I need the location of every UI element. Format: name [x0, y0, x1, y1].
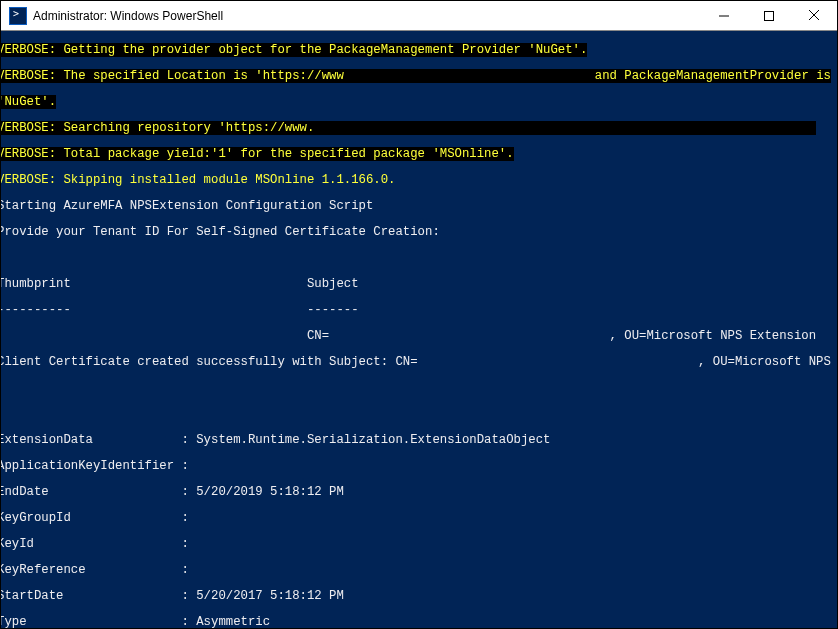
window-buttons: [701, 1, 837, 30]
terminal-output: VERBOSE: Getting the provider object for…: [1, 31, 837, 628]
verbose-line: 'NuGet'.: [1, 95, 56, 109]
output-line: KeyGroupId :: [1, 512, 837, 525]
output-line: CN=: [1, 329, 329, 343]
verbose-line: VERBOSE: Getting the provider object for…: [1, 43, 587, 57]
output-line: , OU=Microsoft NPS Extension: [610, 329, 817, 343]
output-line: StartDate : 5/20/2017 5:18:12 PM: [1, 590, 837, 603]
output-line: , OU=Microsoft NPS Extensio: [698, 355, 837, 369]
output-line: Thumbprint Subject: [1, 278, 837, 291]
maximize-icon: [764, 11, 774, 21]
output-line: ExtensionData : System.Runtime.Serializa…: [1, 434, 837, 447]
powershell-icon: [9, 7, 27, 25]
output-line: [1, 408, 837, 421]
output-line: KeyReference :: [1, 564, 837, 577]
verbose-line: and PackageManagementProvider is: [587, 69, 831, 83]
output-line: [1, 382, 837, 395]
titlebar[interactable]: Administrator: Windows PowerShell: [1, 1, 837, 31]
terminal[interactable]: VERBOSE: Getting the provider object for…: [1, 31, 837, 628]
minimize-icon: [719, 11, 729, 21]
svg-rect-1: [764, 11, 773, 20]
maximize-button[interactable]: [746, 1, 791, 30]
output-line: ---------- -------: [1, 304, 837, 317]
output-line: KeyId :: [1, 538, 837, 551]
output-line: ApplicationKeyIdentifier :: [1, 460, 837, 473]
minimize-button[interactable]: [701, 1, 746, 30]
output-line: Provide your Tenant ID For Self-Signed C…: [1, 226, 837, 239]
close-icon: [809, 10, 820, 21]
powershell-window: Administrator: Windows PowerShell VERBOS…: [0, 0, 838, 629]
output-line: [1, 252, 837, 265]
output-line: Client Certificate created successfully …: [1, 355, 418, 369]
verbose-line: VERBOSE: Skipping installed module MSOnl…: [1, 173, 395, 187]
output-line: Type : Asymmetric: [1, 616, 837, 628]
verbose-line: VERBOSE: The specified Location is 'http…: [1, 69, 344, 83]
window-title: Administrator: Windows PowerShell: [33, 9, 701, 23]
output-line: EndDate : 5/20/2019 5:18:12 PM: [1, 486, 837, 499]
output-line: Starting AzureMFA NPSExtension Configura…: [1, 200, 837, 213]
verbose-line: VERBOSE: Searching repository 'https://w…: [1, 121, 314, 135]
close-button[interactable]: [791, 1, 837, 30]
verbose-line: VERBOSE: Total package yield:'1' for the…: [1, 147, 514, 161]
